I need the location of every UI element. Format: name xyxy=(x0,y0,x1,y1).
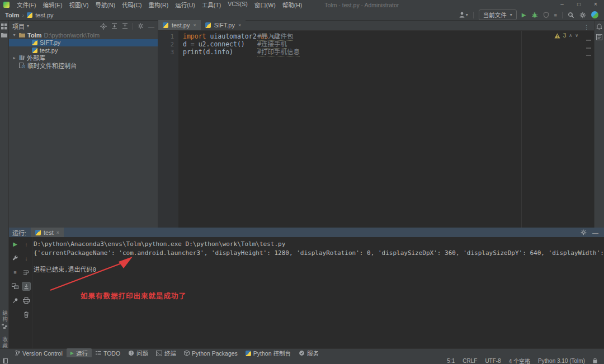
menu-vcs[interactable]: VCS(S) xyxy=(224,1,251,9)
inspections-widget[interactable]: 3 ∧ ∨ xyxy=(554,32,578,39)
minimize-button[interactable]: – xyxy=(554,0,570,10)
editor-gutter xyxy=(158,31,178,228)
notifications-bell-icon[interactable] xyxy=(596,23,602,30)
tool-python-packages[interactable]: Python Packages xyxy=(180,349,242,357)
scroll-to-end-icon[interactable] xyxy=(22,282,31,291)
stop-process-icon[interactable]: ■ xyxy=(11,268,20,277)
scrollbar-warning-mark[interactable] xyxy=(586,40,591,41)
menu-edit[interactable]: 编辑(E) xyxy=(39,1,65,9)
soft-wrap-icon[interactable] xyxy=(22,268,31,277)
line-ending[interactable]: CRLF xyxy=(463,358,477,364)
menu-code[interactable]: 代码(C) xyxy=(119,1,145,9)
breadcrumb-separator: › xyxy=(22,12,24,18)
panel-divider xyxy=(133,23,133,30)
editor-area: test.py × SIFT.py × ⋮ 1 import uiautomat… xyxy=(158,21,594,228)
tool-services[interactable]: 服务 xyxy=(295,348,323,358)
clear-console-trash-icon[interactable] xyxy=(22,310,31,319)
expand-all-icon[interactable] xyxy=(111,23,117,29)
file-encoding[interactable]: UTF-8 xyxy=(485,358,501,364)
up-stack-trace-icon[interactable]: ↑ xyxy=(22,240,31,249)
scrollbar-warning-mark[interactable] xyxy=(586,48,591,49)
more-tabs-icon[interactable]: ⋮ xyxy=(579,24,594,30)
breadcrumb-file[interactable]: test.py xyxy=(35,12,53,18)
pin-tab-icon[interactable] xyxy=(11,296,20,305)
menu-refactor[interactable]: 重构(R) xyxy=(145,1,172,9)
menu-tools[interactable]: 工具(T) xyxy=(199,1,224,9)
hide-run-panel-icon[interactable]: — xyxy=(592,229,598,236)
line-number[interactable]: 3 xyxy=(158,48,174,56)
rerun-button[interactable]: ▶ xyxy=(11,240,20,249)
code-with-me-icon[interactable] xyxy=(591,11,598,18)
prev-problem-icon[interactable]: ∧ xyxy=(569,33,572,38)
scratch-console-icon xyxy=(19,63,25,68)
debug-button[interactable] xyxy=(531,12,538,18)
folder-icon xyxy=(19,32,25,37)
menu-file[interactable]: 文件(F) xyxy=(13,1,39,9)
tree-row-scratches[interactable]: 临时文件和控制台 xyxy=(9,62,158,69)
tool-run[interactable]: ▶ 运行 xyxy=(67,348,92,358)
next-problem-icon[interactable]: ∨ xyxy=(575,33,578,38)
hide-panel-icon[interactable]: — xyxy=(148,23,154,30)
tree-row-sift[interactable]: SIFT.py xyxy=(9,39,158,47)
stripe-toggle-icon[interactable] xyxy=(3,358,8,363)
warning-count: 3 xyxy=(563,32,567,39)
locate-file-icon[interactable] xyxy=(100,23,107,30)
tab-sift-py[interactable]: SIFT.py × xyxy=(201,20,246,30)
run-button[interactable]: ▶ xyxy=(522,12,526,18)
line-number[interactable]: 2 xyxy=(158,40,174,48)
coverage-button[interactable] xyxy=(543,12,549,18)
restore-layout-icon[interactable] xyxy=(11,282,20,291)
tab-test-py[interactable]: test.py × xyxy=(158,20,201,30)
close-tab-icon[interactable]: × xyxy=(56,230,59,235)
down-stack-trace-icon[interactable]: ↓ xyxy=(22,254,31,263)
run-config-select[interactable]: 当前文件 ▾ xyxy=(479,10,517,20)
print-icon[interactable] xyxy=(22,296,31,305)
commit-tool-icon[interactable] xyxy=(1,32,7,37)
menu-navigate[interactable]: 导航(N) xyxy=(92,1,119,9)
close-button[interactable]: × xyxy=(587,0,604,10)
close-tab-icon[interactable]: × xyxy=(193,22,196,28)
chevron-down-icon[interactable]: ▾ xyxy=(12,32,17,37)
indent-style[interactable]: 4 个空格 xyxy=(509,357,530,364)
code-area[interactable]: 1 import uiautomator2 as u2 #导入软件包 2 d =… xyxy=(158,31,594,56)
menu-view[interactable]: 视图(V) xyxy=(65,1,92,9)
scrollbar-warning-mark[interactable] xyxy=(586,55,591,56)
stop-button[interactable]: ■ xyxy=(554,12,557,18)
tool-terminal[interactable]: 终端 xyxy=(152,348,180,358)
maximize-button[interactable]: □ xyxy=(570,0,587,10)
tool-python-console[interactable]: Python 控制台 xyxy=(242,348,295,358)
chevron-right-icon[interactable]: ▸ xyxy=(12,55,17,60)
profile-user-icon[interactable]: ▾ xyxy=(459,11,468,18)
keyword-token: import xyxy=(183,32,210,40)
terminal-icon xyxy=(156,351,162,356)
tool-todo[interactable]: TODO xyxy=(92,349,124,357)
tool-problems[interactable]: 问题 xyxy=(124,348,152,358)
run-tab-test[interactable]: test × xyxy=(31,228,64,237)
tool-version-control[interactable]: Version Control xyxy=(11,349,67,357)
collapse-all-icon[interactable] xyxy=(122,23,128,29)
project-tool-icon[interactable] xyxy=(1,23,7,30)
wrench-icon[interactable] xyxy=(11,254,20,263)
menu-help[interactable]: 帮助(H) xyxy=(279,1,306,9)
project-panel-title[interactable]: 项目 xyxy=(12,22,25,31)
panel-settings-gear-icon[interactable] xyxy=(138,23,144,29)
tree-row-project-root[interactable]: ▾ Tolm D:\python\work\Tolm xyxy=(9,31,158,39)
menu-run[interactable]: 运行(U) xyxy=(172,1,199,9)
structure-tool-button[interactable]: 结构 xyxy=(1,310,8,329)
line-number[interactable]: 1 xyxy=(158,32,174,40)
close-tab-icon[interactable]: × xyxy=(238,22,241,28)
run-settings-gear-icon[interactable] xyxy=(581,229,587,235)
tree-file-name: test.py xyxy=(40,47,58,54)
menu-window[interactable]: 窗口(W) xyxy=(251,1,279,9)
breadcrumb-project[interactable]: Tolm xyxy=(5,12,19,18)
python-interpreter[interactable]: Python 3.10 (Tolm) xyxy=(538,358,585,364)
caret-down-icon: ▾ xyxy=(27,23,29,29)
settings-gear-icon[interactable] xyxy=(579,12,586,18)
window-title: Tolm - test.py - Administrator xyxy=(324,2,399,8)
event-log-icon[interactable] xyxy=(596,34,602,40)
code-token: d = u2.connect() xyxy=(183,40,245,48)
search-everywhere-icon[interactable] xyxy=(568,12,574,18)
run-toolbar: ▶ ■ ↑ ↓ xyxy=(9,237,32,348)
caret-position[interactable]: 5:1 xyxy=(447,358,455,364)
write-access-lock-icon[interactable] xyxy=(593,358,597,363)
